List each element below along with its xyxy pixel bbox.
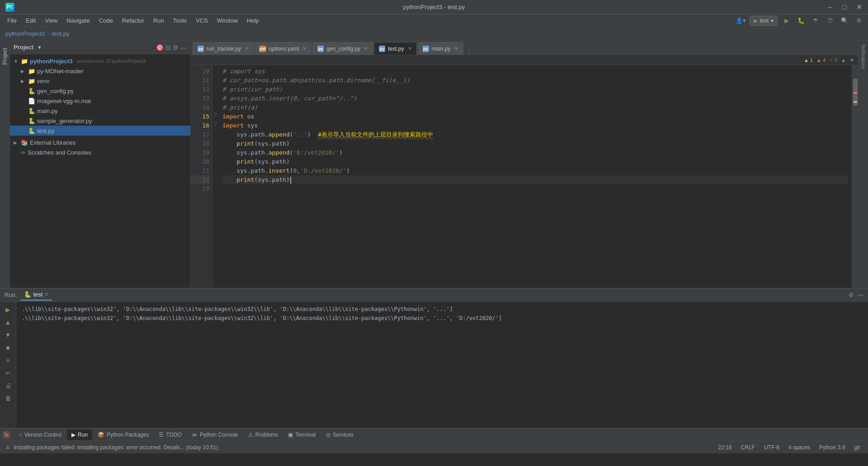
line-num-19: 19 — [191, 148, 209, 157]
warning-collapse-icon[interactable]: ▼ — [849, 57, 854, 63]
run-output[interactable]: .\\lib\\site-packages\\win32', 'D:\\Anac… — [16, 302, 868, 428]
tree-item-test[interactable]: ▶ 🐍 test.py — [10, 126, 190, 136]
tab-run-tracker[interactable]: py run_tracker.py ✕ — [193, 42, 254, 55]
tree-item-external-libs[interactable]: ▶ 📚 External Libraries — [10, 137, 190, 147]
menu-help[interactable]: Help — [243, 16, 263, 25]
status-charset[interactable]: UTF-8 — [761, 444, 782, 451]
status-python-version[interactable]: Python 3.9 — [816, 444, 848, 451]
run-config-button[interactable]: ▶ test ▾ — [750, 16, 778, 26]
status-warning-icon: ⚠ — [5, 444, 10, 450]
close-button[interactable]: ✕ — [855, 4, 863, 11]
project-dropdown[interactable]: ▾ — [38, 44, 41, 51]
tab-close-main-py[interactable]: ✕ — [454, 46, 458, 52]
bottom-tab-run[interactable]: ▶ Run — [67, 429, 92, 440]
run-print-button[interactable]: 🖨 — [3, 381, 13, 391]
breadcrumb-sep1: › — [47, 30, 49, 37]
run-scroll-down[interactable]: ▼ — [3, 330, 13, 340]
line-num-21: 21 — [191, 166, 209, 175]
run-tab-test[interactable]: 🐍 test ✕ — [20, 289, 52, 301]
editor-content[interactable]: 10 11 12 13 14 15 16 17 18 19 20 21 22 2… — [191, 65, 858, 288]
bottom-tab-problems[interactable]: ⚠ Problems — [244, 429, 283, 440]
minimize-button[interactable]: – — [826, 4, 834, 11]
run-tab-close[interactable]: ✕ — [44, 292, 48, 297]
run-trash-button[interactable]: 🗑 — [3, 393, 13, 403]
run-minimize-button[interactable]: — — [858, 292, 863, 298]
bottom-tab-python-packages[interactable]: 📦 Python Packages — [93, 429, 153, 440]
project-tool-minimize[interactable]: — — [180, 44, 187, 51]
tab-main-py[interactable]: py main.py ✕ — [418, 42, 463, 55]
bottom-tab-todo[interactable]: ☰ TODO — [154, 429, 186, 440]
tree-item-main[interactable]: ▶ 🐍 main.py — [10, 106, 190, 116]
tree-item-gen-config[interactable]: ▶ 🐍 gen_config.py — [10, 86, 190, 96]
error-count[interactable]: ▲ 4 — [816, 57, 826, 63]
menu-navigate[interactable]: Navigate — [63, 16, 93, 25]
menu-file[interactable]: File — [4, 16, 20, 25]
status-spaces[interactable]: 4 spaces — [786, 444, 813, 451]
run-scroll-up[interactable]: ▲ — [3, 317, 13, 327]
bottom-tab-services[interactable]: ◎ Services — [321, 429, 358, 440]
status-encoding[interactable]: CRLF — [738, 444, 758, 451]
breadcrumb-file[interactable]: test.py — [52, 30, 69, 37]
warning-count[interactable]: ▲ 1 — [804, 57, 813, 63]
tab-close-test-py[interactable]: ✕ — [408, 46, 412, 52]
bottom-tab-python-console[interactable]: ≫ Python Console — [187, 429, 243, 440]
tree-item-pymdnet[interactable]: ▶ 📁 py-MDNet-master — [10, 66, 190, 76]
debug-button[interactable]: 🐛 — [796, 15, 807, 26]
run-settings-button[interactable]: ⚙ — [849, 292, 854, 298]
menu-run[interactable]: Run — [150, 16, 168, 25]
editor-scrollbar[interactable] — [852, 65, 858, 288]
maximize-button[interactable]: □ — [841, 4, 848, 11]
run-tab-icon: 🐍 — [24, 291, 31, 298]
tab-close-gen-config[interactable]: ✕ — [364, 46, 368, 52]
tree-desc-root: sources root, D:\pythonProject3 — [76, 58, 146, 64]
bottom-tab-terminal[interactable]: ▣ Terminal — [283, 429, 320, 440]
settings-button[interactable]: ⚙ — [854, 15, 864, 26]
warning-expand-icon[interactable]: ▲ — [841, 57, 846, 63]
tab-more-button[interactable]: ⋮ — [466, 48, 472, 55]
fold-16[interactable]: ▽ — [212, 121, 219, 130]
menu-refactor[interactable]: Refactor — [118, 16, 148, 25]
menu-edit[interactable]: Edit — [22, 16, 39, 25]
tree-item-scratches[interactable]: ▶ ✏ Scratches and Consoles — [10, 147, 190, 157]
run-filter-button[interactable]: ≡ — [3, 355, 13, 365]
menu-tools[interactable]: Tools — [170, 16, 190, 25]
breadcrumb-project[interactable]: pythonProject3 — [5, 30, 45, 37]
fold-15[interactable]: ▽ — [212, 112, 219, 121]
status-git-branch[interactable]: git — [851, 444, 863, 451]
profile-button[interactable]: ⏱ — [825, 15, 835, 26]
user-icon[interactable]: 👤▾ — [736, 17, 746, 24]
menu-window[interactable]: Window — [213, 16, 241, 25]
run-button[interactable]: ▶ — [781, 15, 792, 26]
project-tool-locate[interactable]: 🎯 — [156, 44, 164, 51]
fold-14 — [212, 103, 219, 112]
project-tool-collapse[interactable]: ⊟ — [165, 44, 171, 51]
menu-view[interactable]: View — [41, 16, 61, 25]
bookmarks-icon[interactable]: 🔖 — [3, 431, 10, 438]
tree-label-gen-config: gen_config.py — [37, 88, 74, 94]
ok-count[interactable]: ✓ 3 — [829, 57, 837, 63]
tree-item-sample-gen[interactable]: ▶ 🐍 sample_generator.py — [10, 116, 190, 126]
menu-code[interactable]: Code — [95, 16, 117, 25]
tree-label-pymdnet: py-MDNet-master — [37, 68, 84, 75]
search-everywhere-button[interactable]: 🔍 — [839, 15, 850, 26]
run-stop-button[interactable]: ■ — [3, 343, 13, 353]
tab-gen-config[interactable]: py gen_config.py ✕ — [312, 42, 373, 55]
run-rerun-button[interactable]: ▶ — [3, 305, 13, 315]
notifications-label[interactable]: Notifications — [860, 42, 867, 71]
code-area[interactable]: # import sys # cur_path=os.path.abspath(… — [219, 65, 852, 288]
tree-item-venv[interactable]: ▶ 📁 venv — [10, 76, 190, 86]
run-wrap-button[interactable]: ↩ — [3, 368, 13, 378]
tab-close-options-yaml[interactable]: ✕ — [302, 46, 307, 52]
project-panel-label[interactable]: Project — [2, 44, 8, 68]
coverage-button[interactable]: ☂ — [810, 15, 821, 26]
tab-test-py[interactable]: py test.py ✕ — [374, 42, 416, 55]
project-tool-settings[interactable]: ⚙ — [173, 44, 179, 51]
tree-item-imagenet[interactable]: ▶ 📄 imagenet-vgg-m.mat — [10, 96, 190, 106]
tree-item-pythonproject3[interactable]: ▼ 📁 pythonProject3 sources root, D:\pyth… — [10, 56, 190, 66]
tab-close-run-tracker[interactable]: ✕ — [245, 46, 249, 52]
status-line-col[interactable]: 22:16 — [716, 444, 735, 451]
tab-label-test-py: test.py — [388, 46, 404, 52]
bottom-tab-version-control[interactable]: ⑂ Version Control — [14, 429, 66, 440]
tab-options-yaml[interactable]: yml options.yaml ✕ — [255, 42, 311, 55]
menu-vcs[interactable]: VCS — [192, 16, 212, 25]
